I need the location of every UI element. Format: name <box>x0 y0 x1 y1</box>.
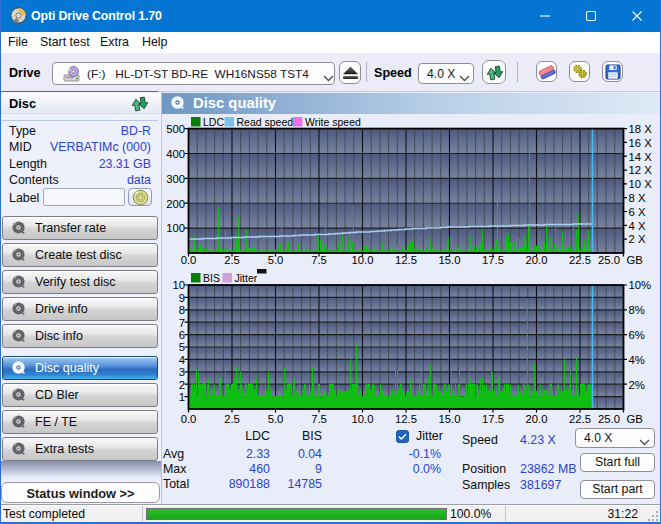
svg-text:1: 1 <box>179 391 185 403</box>
svg-text:2.5: 2.5 <box>224 413 240 425</box>
svg-text:BIS: BIS <box>203 272 220 284</box>
svg-text:20.0: 20.0 <box>526 254 548 266</box>
svg-text:9: 9 <box>179 292 185 304</box>
svg-text:22.5: 22.5 <box>569 413 591 425</box>
svg-text:LDC: LDC <box>203 116 224 128</box>
svg-text:6: 6 <box>179 329 185 341</box>
svg-text:8%: 8% <box>629 304 645 316</box>
svg-text:3: 3 <box>179 366 185 378</box>
svg-text:25.0: 25.0 <box>598 254 620 266</box>
svg-text:5: 5 <box>179 341 185 353</box>
svg-text:6 X: 6 X <box>629 206 646 218</box>
svg-text:22.5: 22.5 <box>569 254 591 266</box>
svg-text:6%: 6% <box>629 329 645 341</box>
svg-text:17.5: 17.5 <box>482 254 504 266</box>
svg-text:7.5: 7.5 <box>311 254 327 266</box>
svg-text:GB: GB <box>627 413 643 425</box>
svg-text:20.0: 20.0 <box>526 413 548 425</box>
svg-text:2: 2 <box>179 379 185 391</box>
svg-text:2 X: 2 X <box>629 233 646 245</box>
svg-text:0.0: 0.0 <box>181 254 197 266</box>
svg-text:10 X: 10 X <box>629 178 653 190</box>
svg-text:2.5: 2.5 <box>224 254 240 266</box>
svg-text:8: 8 <box>179 304 185 316</box>
svg-text:200: 200 <box>166 198 185 210</box>
svg-text:16 X: 16 X <box>629 137 653 149</box>
svg-text:25.0: 25.0 <box>598 413 620 425</box>
svg-text:Write speed: Write speed <box>305 116 361 128</box>
svg-text:0.0: 0.0 <box>181 413 197 425</box>
svg-text:4 X: 4 X <box>629 220 646 232</box>
svg-text:100: 100 <box>166 222 185 234</box>
svg-text:10.0: 10.0 <box>352 413 374 425</box>
svg-text:15.0: 15.0 <box>439 254 461 266</box>
svg-text:8 X: 8 X <box>629 192 646 204</box>
svg-text:10%: 10% <box>629 279 652 291</box>
svg-text:5.0: 5.0 <box>268 413 284 425</box>
svg-text:10.0: 10.0 <box>352 254 374 266</box>
svg-text:5.0: 5.0 <box>268 254 284 266</box>
svg-text:15.0: 15.0 <box>439 413 461 425</box>
svg-text:7.5: 7.5 <box>311 413 327 425</box>
svg-text:10: 10 <box>172 279 185 291</box>
svg-text:12.5: 12.5 <box>395 413 417 425</box>
svg-text:500: 500 <box>166 123 185 135</box>
svg-text:GB: GB <box>627 254 643 266</box>
svg-text:300: 300 <box>166 173 185 185</box>
svg-text:18 X: 18 X <box>629 123 653 135</box>
svg-text:Read speed: Read speed <box>237 116 294 128</box>
svg-text:400: 400 <box>166 148 185 160</box>
svg-text:12 X: 12 X <box>629 164 653 176</box>
svg-text:12.5: 12.5 <box>395 254 417 266</box>
svg-text:Jitter: Jitter <box>235 272 258 284</box>
svg-text:4: 4 <box>179 354 185 366</box>
svg-text:14 X: 14 X <box>629 151 653 163</box>
svg-text:2%: 2% <box>629 379 645 391</box>
svg-text:7: 7 <box>179 317 185 329</box>
svg-text:4%: 4% <box>629 354 645 366</box>
svg-text:17.5: 17.5 <box>482 413 504 425</box>
